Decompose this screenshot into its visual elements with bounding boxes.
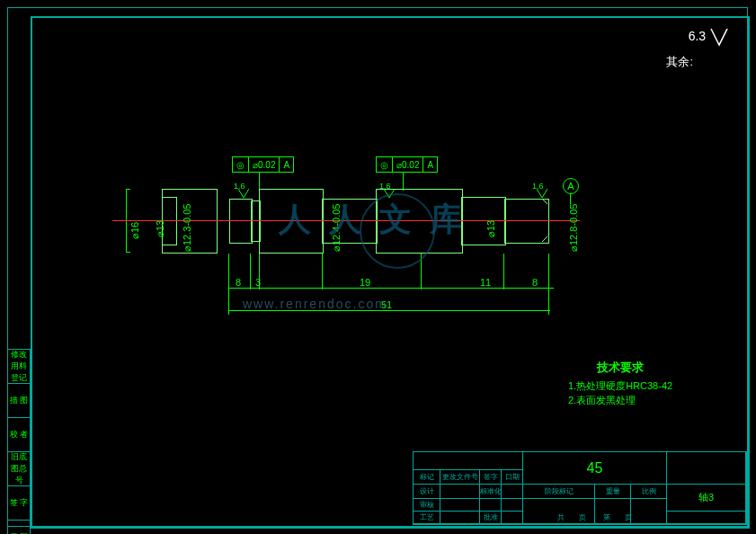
dim-row-1: [228, 288, 554, 289]
tb-h-scale: 比例: [631, 485, 667, 499]
tb-h-design: 设计: [414, 485, 440, 499]
fcf1-leader: [259, 173, 260, 191]
len-8b: 8: [532, 277, 538, 288]
watermark-text: 人人文库: [279, 198, 480, 242]
sf-value: 6.3: [689, 29, 706, 43]
fcf1-tol: ⌀0.02: [249, 157, 280, 172]
fcf2-symbol: ◎: [377, 157, 393, 172]
dia-13a: ⌀13: [155, 220, 166, 237]
fcf-1: ◎ ⌀0.02 A: [232, 156, 294, 173]
strip-5: 签 字: [7, 485, 31, 520]
strip-1: 修改用料登记: [7, 349, 31, 383]
fcf2-tol: ⌀0.02: [393, 157, 423, 172]
strip-4: 旧底图总号: [7, 451, 31, 485]
fcf2-leader: [403, 173, 404, 191]
datum-A: A: [563, 178, 579, 194]
tb-h-mark: 标记: [414, 470, 440, 485]
left-label-strip: 修改用料登记 描 图 校 者 旧底图总号 签 字 日 期: [7, 349, 31, 534]
tb-h-sig: 签字: [480, 470, 502, 485]
tb-h-approve2: 批准: [480, 512, 502, 524]
watermark-url: www.renrendoc.com: [243, 297, 387, 311]
tb-h-wt: 重量: [595, 485, 631, 499]
strip-6: 日 期: [7, 520, 31, 534]
fcf-2: ◎ ⌀0.02 A: [376, 156, 438, 173]
tech-title: 技术要求: [568, 360, 672, 376]
svg-line-1: [542, 199, 547, 204]
titleblock: 45 标记 更改文件号 签字 日期 设计 标准化 阶段标记 重量 比例 轴3 审…: [413, 451, 747, 525]
datum-label: A: [563, 178, 579, 194]
len-11: 11: [480, 277, 491, 288]
dia-12-3: ⌀12.3-0.05: [182, 204, 193, 252]
dia-13b: ⌀13: [485, 220, 497, 237]
tech-line1: 1.热处理硬度HRC38-42: [568, 378, 672, 393]
tb-h-check: 审核: [414, 499, 440, 512]
fcf2-datum: A: [423, 157, 437, 172]
len-19: 19: [360, 277, 370, 288]
tb-sheet: 共 页 第 页: [523, 512, 667, 524]
strip-3: 校 者: [7, 417, 31, 451]
svg-line-2: [542, 236, 547, 242]
tb-material: 45: [523, 452, 667, 485]
tb-h-doc: 更改文件号: [440, 470, 480, 485]
strip-2: 描 图: [7, 383, 31, 417]
fcf1-datum: A: [280, 157, 293, 172]
tech-requirements: 技术要求 1.热处理硬度HRC38-42 2.表面发黑处理: [568, 360, 672, 407]
fcf1-symbol: ◎: [233, 157, 249, 172]
svg-line-0: [719, 29, 727, 45]
cad-canvas: 6.3 其余: ◎ ⌀0.02 A ◎ ⌀0.02 A 1.6 1.6 1.6 …: [0, 0, 756, 534]
dia-12-8: ⌀12.8-0.05: [568, 204, 580, 252]
dia-16: ⌀16: [129, 222, 141, 239]
tb-h-stage: 阶段标记: [523, 485, 595, 499]
finish-triangle-icon: [709, 27, 729, 47]
tech-line2: 2.表面发黑处理: [568, 393, 672, 407]
tb-h-std: 标准化: [480, 485, 502, 499]
tb-h-date: 日期: [502, 470, 523, 485]
sf-rest-label: 其余:: [666, 54, 693, 70]
tb-partname: 轴3: [667, 485, 746, 512]
len-8a: 8: [236, 277, 241, 288]
surface-finish-symbol: 6.3: [689, 27, 729, 47]
tb-h-approve: 工艺: [414, 512, 440, 524]
